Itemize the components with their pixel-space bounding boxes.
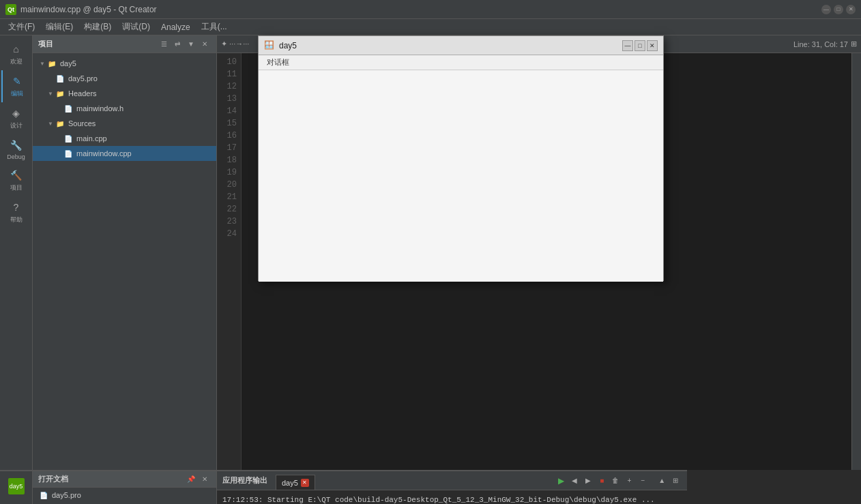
dialog-minimize-btn[interactable]: — (622, 40, 633, 51)
folder-icon-headers: 📁 (55, 88, 65, 99)
sidebar-icons: ⌂ 欢迎 ✎ 编辑 ◈ 设计 🔧 Debug 🔨 项目 ? 帮助 (0, 35, 33, 470)
sync-button[interactable]: ⇄ (171, 38, 184, 50)
tree-arrow-headers: ▼ (46, 91, 55, 97)
output-toolbar: 应用程序输出 day5 ✕ ▶ ◀ ▶ ■ 🗑 + − ▲ ⊞ (217, 471, 687, 490)
tree-arrow-day5: ▼ (38, 61, 46, 67)
window-controls: — □ ✕ (821, 5, 856, 14)
open-files-close-btn[interactable]: ✕ (199, 473, 211, 486)
tree-item-maincpp[interactable]: 📄 main.cpp (33, 131, 216, 146)
panel-toolbar: ☰ ⇄ ▼ ✕ (158, 38, 211, 50)
h-file-icon: 📄 (63, 103, 74, 114)
edit-icon: ✎ (10, 74, 24, 88)
output-next-btn[interactable]: ▶ (582, 475, 594, 487)
open-file-icon-pro: 📄 (38, 490, 49, 501)
title-bar: Qt mainwindow.cpp @ day5 - Qt Creator — … (0, 0, 861, 19)
menu-debug[interactable]: 调试(D) (117, 20, 156, 34)
editor-wrapper: ✦ ···→··· Line: 31, Col: 17 ⊞ 🪟 day5 — □… (217, 35, 861, 470)
dialog-menu-item-dialog[interactable]: 对话框 (261, 57, 295, 68)
open-files-pin-btn[interactable]: 📌 (185, 473, 197, 486)
output-stop-btn[interactable]: ■ (596, 475, 608, 487)
maximize-button[interactable]: □ (834, 5, 843, 14)
menu-file[interactable]: 文件(F) (3, 20, 40, 34)
line-numbers: 10 11 12 13 14 15 16 17 18 19 20 21 22 2… (217, 53, 242, 470)
sidebar-item-edit[interactable]: ✎ 编辑 (1, 70, 31, 102)
output-panel-title: 应用程序输出 (222, 475, 267, 486)
dialog-body (259, 70, 663, 282)
project-panel: 项目 ☰ ⇄ ▼ ✕ ▼ 📁 day5 📄 day5.pro (33, 35, 217, 470)
open-files-header: 打开文档 📌 ✕ (33, 471, 216, 488)
output-tab-day5[interactable]: day5 ✕ (276, 475, 315, 490)
line-col-display: Line: 31, Col: 17 (793, 40, 848, 48)
project-panel-title: 项目 (38, 39, 53, 49)
dialog-menu: 对话框 (259, 55, 663, 70)
menu-build[interactable]: 构建(B) (78, 20, 117, 34)
bottom-sidebar-day5[interactable]: day5 (1, 474, 31, 499)
collapse-button[interactable]: ▼ (185, 38, 197, 50)
dialog-maximize-btn[interactable]: □ (634, 40, 645, 51)
tree-item-mainwindowcpp[interactable]: 📄 mainwindow.cpp (33, 146, 216, 161)
breadcrumb: ✦ ···→··· (221, 40, 249, 48)
close-button[interactable]: ✕ (846, 5, 856, 14)
tree-arrow-sources: ▼ (46, 121, 55, 127)
output-panel: 应用程序输出 day5 ✕ ▶ ◀ ▶ ■ 🗑 + − ▲ ⊞ (217, 470, 687, 504)
tree-item-day5[interactable]: ▼ 📁 day5 (33, 56, 216, 71)
help-icon: ? (10, 201, 23, 214)
folder-icon-sources: 📁 (55, 118, 65, 129)
output-prev-btn[interactable]: ◀ (568, 475, 581, 487)
dialog-window: 🪟 day5 — □ ✕ 对话框 (258, 35, 664, 281)
output-add-btn[interactable]: + (623, 475, 635, 487)
filter-button[interactable]: ☰ (158, 38, 170, 50)
open-file-day5pro[interactable]: 📄 day5.pro (33, 488, 216, 503)
cpp-file-icon-main: 📄 (63, 133, 74, 144)
title-text: mainwindow.cpp @ day5 - Qt Creator (20, 5, 157, 14)
tree-item-day5pro[interactable]: 📄 day5.pro (33, 71, 216, 86)
menu-edit[interactable]: 编辑(E) (40, 20, 78, 34)
sidebar-item-design[interactable]: ◈ 设计 (1, 102, 31, 134)
dialog-close-btn[interactable]: ✕ (647, 40, 658, 51)
minimize-button[interactable]: — (821, 5, 831, 14)
app-icon: Qt (5, 4, 16, 15)
output-toolbar-buttons: ▶ ◀ ▶ ■ 🗑 + − ▲ ⊞ (555, 475, 682, 487)
debug-icon: 🔧 (10, 138, 23, 152)
output-expand-btn[interactable]: ▲ (656, 475, 668, 487)
bottom-layout: day5 🖥 Debug ▶ ▶ ⚡ 打开文档 📌 ✕ 📄 day5.pro (0, 470, 861, 504)
output-line-1: 17:12:53: Starting E:\QT code\build-day5… (222, 494, 682, 504)
pro-file-icon: 📄 (55, 73, 65, 84)
folder-icon-day5: 📁 (46, 58, 57, 69)
open-files-list: 📄 day5.pro 📄 main.cpp 📄 mainwindow.cpp 📄… (33, 488, 216, 504)
sidebar-item-welcome[interactable]: ⌂ 欢迎 (1, 38, 31, 70)
output-tab-close[interactable]: ✕ (301, 479, 309, 487)
close-panel-button[interactable]: ✕ (199, 38, 211, 50)
output-run-btn[interactable]: ▶ (555, 475, 567, 487)
sidebar-item-debug[interactable]: 🔧 Debug (1, 134, 31, 164)
tree-item-sources[interactable]: ▼ 📁 Sources (33, 116, 216, 131)
menu-bar: 文件(F) 编辑(E) 构建(B) 调试(D) Analyze 工具(... (0, 19, 861, 35)
output-clear-btn[interactable]: 🗑 (609, 475, 622, 487)
tree-item-mainwindowh[interactable]: 📄 mainwindow.h (33, 101, 216, 116)
cpp-file-icon-mainwindow: 📄 (63, 148, 74, 159)
welcome-icon: ⌂ (10, 42, 23, 56)
bottom-sidebar-icons: day5 🖥 Debug ▶ ▶ ⚡ (0, 470, 33, 504)
output-float-btn[interactable]: ⊞ (669, 475, 682, 487)
project-icon: 🔨 (10, 168, 23, 182)
design-icon: ◈ (10, 106, 23, 120)
editor-scrollbar[interactable] (851, 53, 861, 470)
sidebar-item-project[interactable]: 🔨 项目 (1, 164, 31, 196)
tree-item-headers[interactable]: ▼ 📁 Headers (33, 86, 216, 101)
editor-toolbar-icon: ⊞ (851, 40, 857, 48)
dialog-title: day5 (279, 41, 297, 50)
output-tabs: day5 ✕ (276, 471, 315, 490)
main-layout: ⌂ 欢迎 ✎ 编辑 ◈ 设计 🔧 Debug 🔨 项目 ? 帮助 项目 ☰ (0, 35, 861, 470)
project-panel-header: 项目 ☰ ⇄ ▼ ✕ (33, 35, 216, 53)
output-content[interactable]: 17:12:53: Starting E:\QT code\build-day5… (217, 490, 687, 504)
dialog-icon: 🪟 (264, 40, 275, 51)
menu-tools[interactable]: 工具(... (196, 20, 233, 34)
bottom-sidebar-debug[interactable]: 🖥 Debug (1, 499, 31, 504)
output-minus-btn[interactable]: − (637, 475, 649, 487)
editor-area: ✦ ···→··· Line: 31, Col: 17 ⊞ 🪟 day5 — □… (217, 35, 861, 470)
dialog-title-bar: 🪟 day5 — □ ✕ (259, 36, 663, 55)
menu-analyze[interactable]: Analyze (156, 21, 196, 33)
dialog-controls: — □ ✕ (622, 40, 658, 51)
day5-icon: day5 (8, 478, 25, 494)
sidebar-item-help[interactable]: ? 帮助 (1, 196, 31, 228)
